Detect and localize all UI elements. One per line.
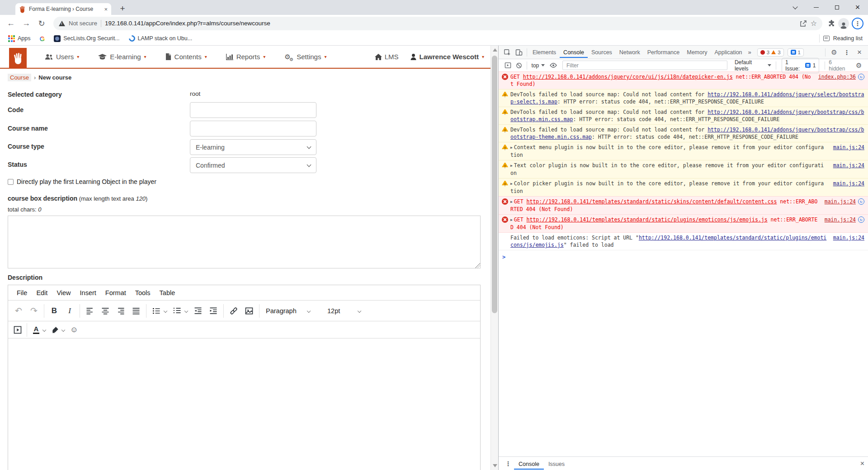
url-text[interactable]: 192.168.0.141/appCore/index.php?r=alms/c… (105, 20, 796, 27)
expand-arrow-icon[interactable]: ▶ (510, 218, 513, 222)
menu-insert[interactable]: Insert (76, 287, 100, 298)
bullet-list-button[interactable] (149, 303, 164, 319)
menu-edit[interactable]: Edit (32, 287, 52, 298)
devtools-tab-network[interactable]: Network (616, 47, 644, 58)
nav-users[interactable]: Users ▾ (35, 53, 89, 61)
align-center-button[interactable] (98, 303, 113, 319)
scroll-down-icon[interactable] (493, 464, 497, 467)
drawer-tab-issues[interactable]: Issues (544, 458, 569, 470)
devtools-tab-memory[interactable]: Memory (683, 47, 711, 58)
source-link[interactable]: main.js:24 (833, 162, 864, 169)
align-left-button[interactable] (82, 303, 98, 319)
log-levels-selector[interactable]: Default levels (732, 59, 774, 72)
drawer-menu-icon[interactable]: ⋮ (502, 458, 514, 469)
live-expression-eye-icon[interactable] (547, 60, 559, 71)
devtools-tab-application[interactable]: Application (711, 47, 745, 58)
outdent-button[interactable] (190, 303, 206, 319)
media-embed-button[interactable] (11, 323, 24, 337)
scroll-up-icon[interactable] (493, 48, 497, 52)
expand-arrow-icon[interactable]: ▶ (510, 164, 513, 168)
highlight-button[interactable] (48, 323, 62, 337)
expand-arrow-icon[interactable]: ▶ (510, 200, 513, 204)
issues-badge[interactable]: 1 (788, 48, 804, 56)
text-color-button[interactable]: A (29, 323, 43, 337)
extensions-puzzle-icon[interactable] (828, 19, 835, 27)
not-secure-label[interactable]: Not secure (69, 20, 97, 27)
not-secure-icon[interactable] (59, 21, 65, 26)
devtools-tab-elements[interactable]: Elements (529, 47, 560, 58)
devtools-settings-icon[interactable]: ⚙ (828, 47, 840, 58)
bookmark-apps[interactable]: Apps (5, 35, 33, 42)
nav-lms[interactable]: LMS (375, 53, 399, 61)
course-box-description-textarea[interactable] (8, 216, 481, 268)
source-link[interactable]: main.js:24 (833, 144, 864, 151)
devtools-menu-icon[interactable]: ⋮ (841, 47, 853, 58)
console-settings-icon[interactable]: ⚙ (853, 60, 864, 71)
bookmark-lamp[interactable]: LAMP stack on Ubu... (126, 35, 195, 42)
forma-logo[interactable] (9, 48, 27, 69)
bullet-list-chevron-icon[interactable] (164, 309, 167, 312)
italic-button[interactable]: I (62, 303, 77, 319)
source-link[interactable]: main.js:24 (825, 216, 856, 223)
browser-tab[interactable]: Forma E-learning › Course × (15, 3, 111, 15)
restore-button[interactable] (826, 0, 847, 15)
bookmark-seclists[interactable]: SecLists.Org Securit... (51, 35, 122, 42)
devtools-tab-console[interactable]: Console (560, 47, 588, 58)
console-prompt[interactable]: > (499, 250, 868, 263)
error-warning-badge[interactable]: 3 3 (757, 48, 784, 56)
redo-button[interactable]: ↷ (26, 303, 42, 319)
back-button[interactable]: ← (5, 17, 17, 30)
devtools-close-icon[interactable]: × (854, 47, 865, 58)
breadcrumb-course-link[interactable]: Course (8, 74, 31, 81)
device-toolbar-icon[interactable] (513, 47, 525, 58)
source-link[interactable]: index.php:36 (818, 73, 856, 80)
url-bar[interactable]: Not secure 192.168.0.141/appCore/index.p… (53, 17, 822, 30)
browser-menu-button[interactable]: ⋮ (852, 18, 863, 29)
expand-arrow-icon[interactable]: ▶ (510, 182, 513, 186)
issue-link-icon[interactable]: ↻ (858, 198, 864, 205)
clear-console-icon[interactable] (514, 60, 525, 71)
insert-image-button[interactable] (241, 303, 257, 319)
expand-arrow-icon[interactable]: ▶ (510, 146, 513, 150)
nav-reports[interactable]: Reports ▾ (217, 53, 275, 61)
bookmark-google[interactable]: G (37, 35, 48, 42)
issue-link-icon[interactable]: ↻ (858, 216, 864, 223)
devtools-tab-sources[interactable]: Sources (588, 47, 616, 58)
numbered-list-button[interactable] (170, 303, 185, 319)
more-tabs-button[interactable]: » (746, 49, 754, 56)
emoticon-button[interactable]: ☺ (67, 323, 81, 337)
issues-counter[interactable]: 1 Issue: 1 (782, 58, 819, 73)
align-justify-button[interactable] (128, 303, 144, 319)
share-icon[interactable] (800, 20, 807, 27)
drawer-tab-console[interactable]: Console (514, 458, 544, 470)
menu-table[interactable]: Table (156, 287, 179, 298)
minimize-button[interactable] (806, 0, 826, 15)
forward-button[interactable]: → (20, 17, 33, 30)
course-type-select[interactable]: E-learning (190, 139, 316, 155)
reload-button[interactable]: ↻ (35, 17, 48, 30)
new-tab-button[interactable]: + (117, 3, 128, 14)
nav-settings[interactable]: ⚙⚙ Settings ▾ (275, 53, 336, 61)
page-scrollbar[interactable] (491, 46, 498, 470)
indent-button[interactable] (206, 303, 221, 319)
course-name-input[interactable] (190, 121, 316, 136)
source-link[interactable]: main.js:24 (825, 198, 856, 205)
code-input[interactable] (190, 102, 316, 118)
console-sidebar-icon[interactable] (502, 60, 514, 71)
paragraph-style-dropdown[interactable]: Paragraph (262, 303, 317, 319)
source-link[interactable]: main.js:24 (833, 234, 864, 241)
numbered-list-chevron-icon[interactable] (184, 309, 188, 312)
message-link[interactable]: http://192.168.0.141/templates/standard/… (527, 198, 777, 205)
bookmark-star-icon[interactable]: ☆ (811, 19, 817, 28)
drawer-close-icon[interactable]: × (860, 460, 864, 468)
undo-button[interactable]: ↶ (11, 303, 26, 319)
status-select[interactable]: Confirmed (190, 157, 316, 173)
profile-avatar[interactable] (838, 18, 849, 29)
editor-content-area[interactable] (8, 338, 480, 470)
reading-list-label[interactable]: Reading list (833, 35, 863, 42)
text-color-chevron-icon[interactable] (42, 328, 46, 331)
message-link[interactable]: http://192.168.0.141/templates/standard/… (527, 216, 768, 223)
scrollbar-thumb[interactable] (492, 56, 497, 313)
menu-view[interactable]: View (52, 287, 75, 298)
font-size-dropdown[interactable]: 12pt (323, 303, 368, 319)
